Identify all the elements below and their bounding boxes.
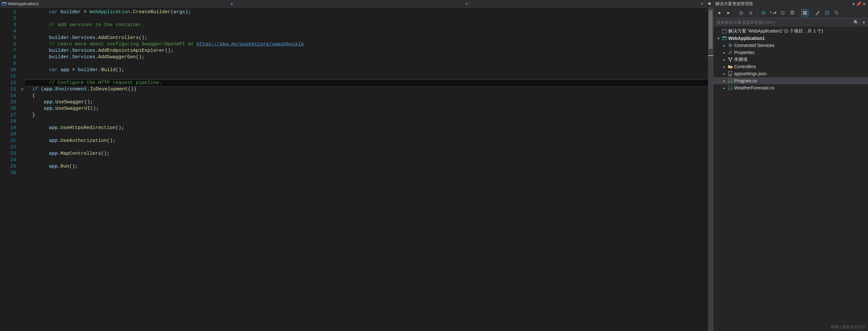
code-line[interactable] (25, 61, 708, 67)
code-line[interactable]: var app = builder.Build(); (25, 67, 708, 73)
code-line[interactable] (25, 170, 708, 176)
editor-nav-bar: WebApplication1 ▾ ▾ ▾ ✚ (0, 0, 713, 8)
code-line[interactable] (25, 131, 708, 138)
watermark: @稀土掘金技术社区 (831, 324, 865, 330)
expand-toggle-icon[interactable]: ▸ (722, 58, 726, 61)
tree-item[interactable]: ▸{}appsettings.json (714, 70, 868, 77)
search-icon[interactable]: 🔍 (852, 20, 860, 25)
code-line[interactable]: app.UseAuthorization(); (25, 138, 708, 144)
code-line[interactable]: app.UseHttpsRedirection(); (25, 125, 708, 131)
pin-icon[interactable]: 📌 (856, 2, 861, 6)
solution-explorer-title: 解决方案资源管理器 (715, 1, 753, 7)
solution-explorer-search[interactable]: 🔍 ▾ (714, 18, 868, 26)
close-icon[interactable]: ✕ (863, 2, 866, 6)
code-line[interactable]: builder.Services.AddControllers(); (25, 35, 708, 41)
fold-column[interactable]: ⊟ (19, 8, 25, 331)
solution-tree[interactable]: 解决方案 'WebApplication1' (1 个项目，共 1 个)▾Web… (714, 26, 868, 331)
line-number-gutter: 1234567891011121314151617181920212223242… (0, 8, 19, 331)
code-line[interactable]: app.Run(); (25, 163, 708, 170)
code-area[interactable]: 1234567891011121314151617181920212223242… (0, 8, 713, 331)
add-button[interactable] (833, 9, 840, 16)
fold-toggle (19, 170, 25, 176)
expand-toggle-icon[interactable]: ▸ (722, 65, 726, 68)
expand-toggle-icon[interactable]: ▸ (722, 86, 726, 90)
search-dropdown-icon[interactable]: ▾ (860, 20, 868, 25)
back-button[interactable]: ◄ (715, 9, 722, 16)
fold-toggle (19, 54, 25, 61)
code-line[interactable] (25, 15, 708, 22)
code-line[interactable]: app.MapControllers(); (25, 151, 708, 157)
code-line[interactable]: } (25, 112, 708, 119)
forward-button[interactable]: ► (725, 9, 732, 16)
project-icon (2, 2, 6, 6)
code-line[interactable]: if (app.Environment.IsDevelopment()) (25, 86, 708, 93)
switch-views-button[interactable] (747, 9, 754, 16)
tree-item-label: appsettings.json (734, 71, 767, 76)
tree-item[interactable]: ▸Properties (714, 49, 868, 56)
show-all-files-button[interactable] (789, 9, 796, 16)
line-number: 16 (6, 105, 16, 112)
expand-toggle-icon[interactable]: ▸ (722, 72, 726, 75)
line-number: 20 (6, 131, 16, 138)
cs-icon: C# (728, 85, 733, 90)
code-line[interactable]: // Configure the HTTP request pipeline. (25, 80, 708, 86)
nav-project-dropdown[interactable]: WebApplication1 ▾ (0, 0, 235, 7)
code-line[interactable] (25, 28, 708, 35)
svg-rect-7 (803, 13, 805, 14)
code-line[interactable]: builder.Services.AddSwaggerGen(); (25, 54, 708, 61)
fold-toggle (19, 105, 25, 112)
nav-member-dropdown[interactable]: ▾ (470, 0, 706, 7)
svg-rect-17 (731, 58, 732, 59)
tree-item[interactable]: ▸C#Program.cs (714, 77, 868, 84)
sync-button[interactable]: ▾ (770, 9, 777, 16)
proj-icon (722, 36, 727, 41)
refresh-button[interactable] (760, 9, 767, 16)
expand-toggle-icon[interactable]: ▾ (716, 37, 721, 40)
view-code-button[interactable] (824, 9, 831, 16)
preview-selected-button[interactable] (801, 9, 808, 16)
line-number: 26 (6, 170, 16, 176)
code-line[interactable]: // Add services to the container. (25, 22, 708, 28)
expand-toggle-icon[interactable]: ▸ (722, 51, 726, 54)
code-line[interactable]: var builder = WebApplication.CreateBuild… (25, 9, 708, 15)
fold-toggle (19, 47, 25, 54)
split-editor-button[interactable]: ✚ (706, 0, 713, 7)
svg-rect-9 (826, 11, 829, 14)
code-line[interactable] (25, 73, 708, 80)
code-line[interactable] (25, 157, 708, 163)
solution-explorer-titlebar[interactable]: 解决方案资源管理器 ▾ 📌 ✕ (714, 0, 868, 8)
tree-item[interactable]: ▾WebApplication1 (714, 35, 868, 42)
tree-item[interactable]: ▸C#WeatherForecast.cs (714, 84, 868, 91)
fold-toggle[interactable]: ⊟ (19, 86, 25, 93)
line-number: 11 (6, 73, 16, 80)
vertical-scrollbar[interactable] (708, 8, 713, 331)
tree-item[interactable]: ▸Controllers (714, 63, 868, 70)
collapse-all-button[interactable] (779, 9, 786, 16)
tree-item[interactable]: 解决方案 'WebApplication1' (1 个项目，共 1 个) (714, 28, 868, 35)
code-text[interactable]: var builder = WebApplication.CreateBuild… (25, 8, 708, 331)
tree-item-label: Controllers (734, 64, 756, 69)
nav-type-dropdown[interactable]: ▾ (235, 0, 470, 7)
tree-item[interactable]: ▸Connected Services (714, 42, 868, 49)
code-line[interactable]: { (25, 93, 708, 99)
svg-rect-1 (2, 2, 6, 3)
line-number: 22 (6, 144, 16, 151)
scroll-thumb[interactable] (709, 10, 713, 49)
properties-button[interactable] (814, 9, 821, 16)
code-line[interactable]: builder.Services.AddEndpointsApiExplorer… (25, 47, 708, 54)
home-button[interactable] (738, 9, 745, 16)
expand-toggle-icon[interactable]: ▸ (722, 79, 726, 83)
window-menu-icon[interactable]: ▾ (852, 2, 855, 6)
fold-toggle (19, 151, 25, 157)
code-line[interactable] (25, 144, 708, 151)
code-line[interactable]: app.UseSwagger(); (25, 99, 708, 105)
code-line[interactable]: app.UseSwaggerUI(); (25, 105, 708, 112)
expand-toggle-icon[interactable]: ▸ (722, 44, 726, 47)
tree-item[interactable]: ▸依赖项 (714, 56, 868, 63)
folder-icon (728, 64, 733, 69)
code-line[interactable] (25, 119, 708, 125)
svg-text:C#: C# (728, 87, 732, 90)
code-line[interactable]: // Learn more about configuring Swagger/… (25, 41, 708, 47)
tree-item-label: Properties (734, 50, 755, 55)
search-input[interactable] (714, 20, 852, 25)
